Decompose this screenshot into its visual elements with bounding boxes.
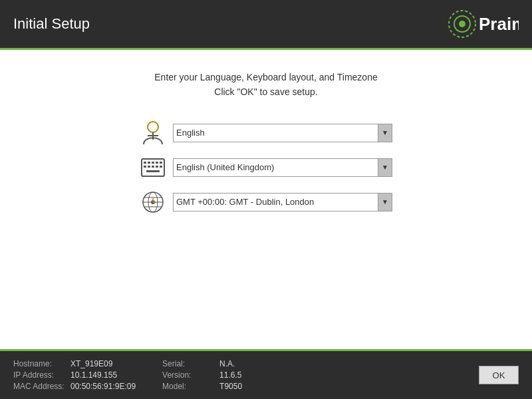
timezone-row: GMT +00:00: GMT - Dublin, London GMT +01… [140, 189, 392, 215]
version-row: Version: 11.6.5 [162, 370, 242, 380]
version-label: Version: [162, 370, 215, 380]
timezone-select[interactable]: GMT +00:00: GMT - Dublin, London GMT +01… [173, 193, 392, 211]
version-value: 11.6.5 [219, 370, 241, 380]
mac-label: MAC Address: [13, 382, 66, 391]
svg-rect-18 [146, 170, 160, 172]
serial-label: Serial: [162, 359, 215, 368]
svg-rect-9 [148, 162, 150, 164]
svg-rect-10 [152, 162, 154, 164]
serial-row: Serial: N.A. [162, 359, 242, 368]
hostname-value: XT_919E09 [70, 359, 112, 368]
praim-logo: Praim [446, 7, 519, 41]
model-label: Model: [162, 382, 215, 391]
svg-point-2 [459, 21, 466, 27]
svg-rect-13 [144, 166, 146, 168]
keyboard-select[interactable]: English (United Kingdom) English (US) Fr… [173, 158, 392, 177]
hostname-label: Hostname: [13, 359, 66, 368]
language-select[interactable]: English French German Spanish [173, 124, 392, 142]
instruction-line2: Click "OK" to save setup. [154, 84, 377, 99]
instruction-line1: Enter your Language, Keyboard layout, an… [154, 70, 377, 84]
svg-rect-14 [148, 166, 150, 168]
instruction-text: Enter your Language, Keyboard layout, an… [154, 70, 377, 100]
footer-col-right: Serial: N.A. Version: 11.6.5 Model: T905… [162, 359, 242, 391]
footer-info: Hostname: XT_919E09 IP Address: 10.1.149… [13, 359, 242, 391]
ip-label: IP Address: [13, 370, 66, 380]
header: Initial Setup Praim [0, 0, 532, 50]
ok-button[interactable]: OK [479, 366, 519, 384]
footer: Hostname: XT_919E09 IP Address: 10.1.149… [0, 349, 532, 399]
svg-point-4 [148, 122, 158, 132]
ip-row: IP Address: 10.1.149.155 [13, 370, 136, 380]
mac-row: MAC Address: 00:50:56:91:9E:09 [13, 382, 136, 391]
timezone-select-wrapper[interactable]: GMT +00:00: GMT - Dublin, London GMT +01… [173, 193, 392, 211]
svg-rect-16 [156, 166, 158, 168]
svg-rect-12 [160, 162, 162, 164]
model-row: Model: T9050 [162, 382, 242, 391]
svg-text:Praim: Praim [479, 14, 519, 34]
keyboard-select-wrapper[interactable]: English (United Kingdom) English (US) Fr… [173, 158, 392, 177]
page-title: Initial Setup [13, 15, 90, 33]
keyboard-row: English (United Kingdom) English (US) Fr… [140, 154, 392, 181]
language-select-wrapper[interactable]: English French German Spanish ▼ [173, 124, 392, 142]
keyboard-icon [140, 154, 166, 181]
footer-col-left: Hostname: XT_919E09 IP Address: 10.1.149… [13, 359, 136, 391]
main-content: Enter your Language, Keyboard layout, an… [0, 50, 532, 349]
svg-rect-15 [152, 166, 154, 168]
serial-value: N.A. [219, 359, 235, 368]
language-row: English French German Spanish ▼ [140, 120, 392, 146]
model-value: T9050 [219, 382, 242, 391]
timezone-icon [140, 189, 166, 215]
mac-value: 00:50:56:91:9E:09 [70, 382, 136, 391]
ip-value: 10.1.149.155 [70, 370, 117, 380]
language-icon [140, 120, 166, 146]
svg-rect-17 [160, 166, 162, 168]
hostname-row: Hostname: XT_919E09 [13, 359, 136, 368]
svg-rect-11 [156, 162, 158, 164]
svg-rect-8 [144, 162, 146, 164]
